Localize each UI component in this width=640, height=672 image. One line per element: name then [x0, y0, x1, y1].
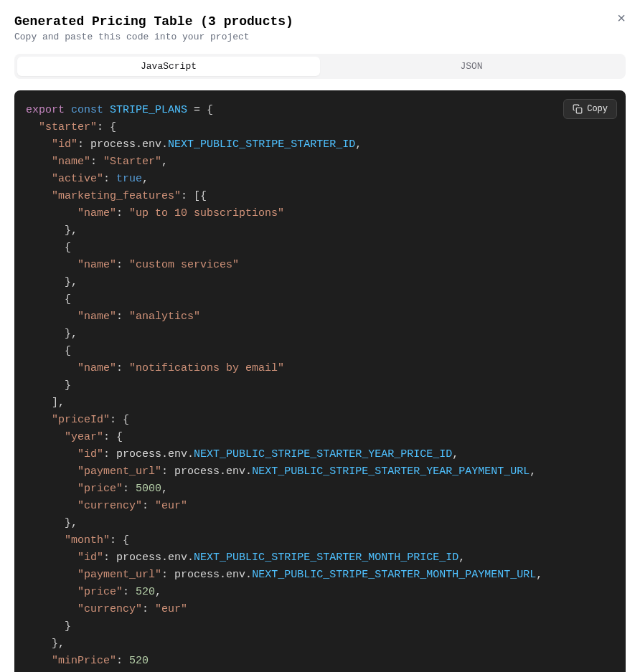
dialog-subtitle: Copy and paste this code into your proje… — [14, 32, 626, 42]
copy-icon — [573, 104, 583, 114]
close-icon: × — [617, 10, 626, 26]
copy-label: Copy — [587, 104, 608, 114]
tabs: JavaScript JSON — [14, 54, 626, 79]
copy-button[interactable]: Copy — [563, 99, 617, 119]
tab-javascript[interactable]: JavaScript — [17, 57, 320, 76]
tab-json[interactable]: JSON — [320, 57, 623, 76]
close-button[interactable]: × — [617, 11, 626, 25]
code-block: Copy export const STRIPE_PLANS = { "star… — [14, 90, 626, 672]
svg-rect-0 — [576, 108, 582, 113]
dialog-title: Generated Pricing Table (3 products) — [14, 14, 626, 29]
code-content: export const STRIPE_PLANS = { "starter":… — [26, 102, 614, 670]
dialog-header: Generated Pricing Table (3 products) Cop… — [14, 14, 626, 42]
